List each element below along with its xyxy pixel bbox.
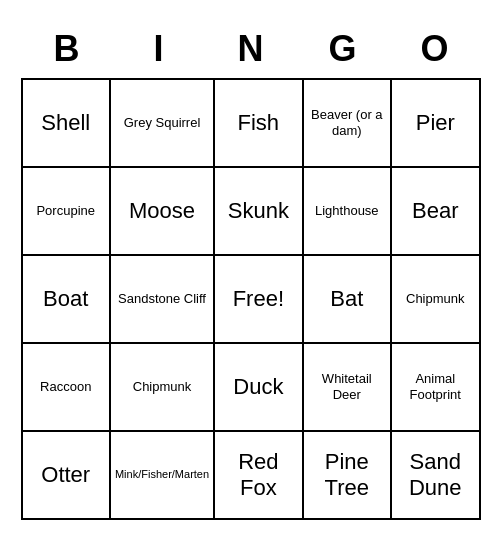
bingo-cell: Fish [215, 80, 303, 168]
cell-label: Skunk [228, 198, 289, 224]
bingo-cell: Chipmunk [392, 256, 480, 344]
header-letter: O [389, 24, 481, 74]
cell-label: Pier [416, 110, 455, 136]
bingo-cell: Moose [111, 168, 215, 256]
header-letter: B [21, 24, 113, 74]
cell-label: Fish [238, 110, 280, 136]
bingo-cell: Animal Footprint [392, 344, 480, 432]
bingo-cell: Otter [23, 432, 111, 520]
cell-label: Grey Squirrel [124, 115, 201, 131]
bingo-cell: Raccoon [23, 344, 111, 432]
cell-label: Sandstone Cliff [118, 291, 206, 307]
cell-label: Sand Dune [396, 449, 474, 502]
bingo-cell: Pier [392, 80, 480, 168]
cell-label: Moose [129, 198, 195, 224]
bingo-cell: Grey Squirrel [111, 80, 215, 168]
cell-label: Beaver (or a dam) [308, 107, 386, 138]
cell-label: Lighthouse [315, 203, 379, 219]
bingo-cell: Bear [392, 168, 480, 256]
cell-label: Porcupine [36, 203, 95, 219]
bingo-cell: Bat [304, 256, 392, 344]
bingo-cell: Beaver (or a dam) [304, 80, 392, 168]
header-letter: G [297, 24, 389, 74]
bingo-header: BINGO [21, 24, 481, 74]
header-letter: I [113, 24, 205, 74]
bingo-card: BINGO ShellGrey SquirrelFishBeaver (or a… [11, 14, 491, 530]
cell-label: Duck [233, 374, 283, 400]
bingo-cell: Sandstone Cliff [111, 256, 215, 344]
bingo-cell: Duck [215, 344, 303, 432]
cell-label: Free! [233, 286, 284, 312]
cell-label: Whitetail Deer [308, 371, 386, 402]
bingo-grid: ShellGrey SquirrelFishBeaver (or a dam)P… [21, 78, 481, 520]
cell-label: Shell [41, 110, 90, 136]
cell-label: Otter [41, 462, 90, 488]
cell-label: Animal Footprint [396, 371, 474, 402]
cell-label: Pine Tree [308, 449, 386, 502]
cell-label: Chipmunk [406, 291, 465, 307]
bingo-cell: Red Fox [215, 432, 303, 520]
bingo-cell: Skunk [215, 168, 303, 256]
cell-label: Bear [412, 198, 458, 224]
bingo-cell: Whitetail Deer [304, 344, 392, 432]
bingo-cell: Boat [23, 256, 111, 344]
bingo-cell: Lighthouse [304, 168, 392, 256]
bingo-cell: Mink/Fisher/Marten [111, 432, 215, 520]
bingo-cell: Porcupine [23, 168, 111, 256]
cell-label: Red Fox [219, 449, 297, 502]
cell-label: Mink/Fisher/Marten [115, 468, 209, 481]
header-letter: N [205, 24, 297, 74]
bingo-cell: Shell [23, 80, 111, 168]
bingo-cell: Free! [215, 256, 303, 344]
cell-label: Raccoon [40, 379, 91, 395]
cell-label: Bat [330, 286, 363, 312]
bingo-cell: Sand Dune [392, 432, 480, 520]
cell-label: Chipmunk [133, 379, 192, 395]
bingo-cell: Chipmunk [111, 344, 215, 432]
cell-label: Boat [43, 286, 88, 312]
bingo-cell: Pine Tree [304, 432, 392, 520]
